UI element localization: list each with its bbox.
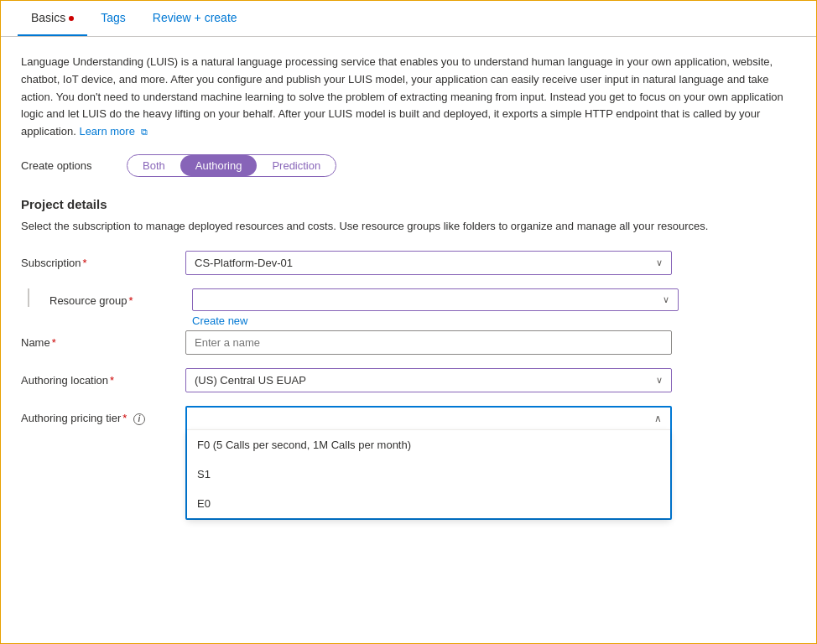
tab-review-create[interactable]: Review + create	[139, 1, 251, 36]
pt-required: *	[122, 412, 127, 424]
pricing-tier-info-icon[interactable]: i	[133, 413, 145, 425]
pricing-option-e0[interactable]: E0	[187, 489, 670, 518]
tab-tags[interactable]: Tags	[87, 1, 139, 36]
create-options-row: Create options Both Authoring Prediction	[21, 154, 796, 177]
project-details-desc: Select the subscription to manage deploy…	[21, 218, 796, 235]
create-options-label: Create options	[21, 159, 113, 172]
authoring-location-control: (US) Central US EUAP ∨	[185, 368, 672, 392]
pricing-tier-options: F0 (5 Calls per second, 1M Calls per mon…	[187, 429, 670, 518]
create-new-link[interactable]: Create new	[192, 314, 679, 327]
name-required: *	[52, 336, 56, 349]
rg-required: *	[129, 294, 133, 307]
resource-group-label: Resource group*	[28, 288, 179, 307]
pricing-tier-label: Authoring pricing tier* i	[21, 406, 172, 425]
authoring-location-dropdown[interactable]: (US) Central US EUAP ∨	[185, 368, 672, 392]
subscription-label: Subscription*	[21, 251, 172, 269]
pricing-tier-chevron-up: ∧	[654, 413, 662, 424]
authoring-location-label: Authoring location*	[21, 368, 172, 387]
basics-dot	[69, 16, 74, 21]
tab-basics-label: Basics	[31, 11, 65, 24]
main-container: Basics Tags Review + create Language Und…	[0, 0, 817, 644]
toggle-prediction[interactable]: Prediction	[257, 155, 336, 176]
name-control	[185, 330, 672, 355]
subscription-dropdown[interactable]: CS-Platform-Dev-01 ∨	[185, 251, 672, 275]
resource-group-dropdown[interactable]: ∨	[192, 288, 679, 311]
project-details-title: Project details	[21, 197, 796, 211]
al-chevron: ∨	[656, 375, 663, 386]
resource-group-control: ∨ Create new	[192, 288, 679, 327]
authoring-location-value: (US) Central US EUAP	[195, 374, 306, 387]
pricing-tier-dropdown[interactable]: ∧ F0 (5 Calls per second, 1M Calls per m…	[185, 406, 672, 520]
authoring-location-row: Authoring location* (US) Central US EUAP…	[21, 368, 796, 392]
description-text: Language Understanding (LUIS) is a natur…	[21, 54, 796, 141]
subscription-chevron: ∨	[656, 257, 663, 268]
resource-group-row: Resource group* ∨ Create new	[21, 288, 796, 327]
external-link-icon: ⧉	[141, 127, 148, 137]
subscription-value: CS-Platform-Dev-01	[195, 257, 293, 269]
pricing-tier-row: Authoring pricing tier* i ∧ F0 (5 Calls …	[21, 406, 796, 520]
toggle-both[interactable]: Both	[127, 155, 180, 176]
content-area: Language Understanding (LUIS) is a natur…	[1, 37, 816, 550]
learn-more-link[interactable]: Learn more ⧉	[79, 125, 147, 138]
toggle-authoring[interactable]: Authoring	[180, 155, 258, 176]
pricing-option-f0[interactable]: F0 (5 Calls per second, 1M Calls per mon…	[187, 430, 670, 460]
tab-basics[interactable]: Basics	[18, 1, 87, 36]
pricing-tier-header[interactable]: ∧	[187, 408, 670, 429]
tab-bar: Basics Tags Review + create	[1, 1, 816, 37]
pricing-option-s1[interactable]: S1	[187, 460, 670, 489]
name-input[interactable]	[185, 330, 672, 355]
name-row: Name*	[21, 330, 796, 355]
tab-review-create-label: Review + create	[153, 11, 237, 24]
subscription-required: *	[83, 257, 87, 269]
rg-chevron: ∨	[663, 294, 669, 305]
name-label: Name*	[21, 330, 172, 349]
al-required: *	[110, 374, 114, 387]
subscription-control: CS-Platform-Dev-01 ∨	[185, 251, 672, 275]
tab-tags-label: Tags	[101, 11, 126, 24]
subscription-row: Subscription* CS-Platform-Dev-01 ∨	[21, 251, 796, 275]
create-options-toggle: Both Authoring Prediction	[127, 154, 336, 177]
pricing-tier-control: ∧ F0 (5 Calls per second, 1M Calls per m…	[185, 406, 672, 520]
